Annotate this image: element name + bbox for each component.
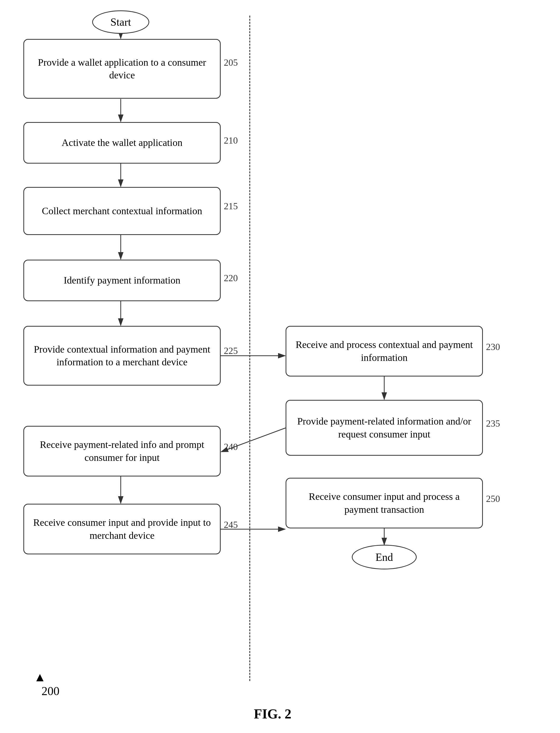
diagram-ref-number: 200 [42, 684, 59, 698]
step-220-text: Identify payment information [64, 274, 180, 287]
step-235-box: Provide payment-related information and/… [286, 400, 483, 456]
step-250-box: Receive consumer input and process a pay… [286, 478, 483, 528]
start-label: Start [110, 16, 131, 28]
figure-label: FIG. 2 [221, 706, 325, 722]
step-240-text: Receive payment-related info and prompt … [32, 438, 212, 464]
end-ellipse: End [352, 545, 417, 569]
step-225-label: 225 [224, 345, 238, 356]
diagram-container: Start Provide a wallet application to a … [0, 0, 560, 733]
step-230-box: Receive and process contextual and payme… [286, 326, 483, 376]
step-225-box: Provide contextual information and payme… [23, 326, 221, 386]
end-label: End [375, 551, 393, 563]
diagram-ref: ▲ 200 [34, 670, 59, 698]
step-210-label: 210 [224, 135, 238, 146]
step-215-text: Collect merchant contextual information [42, 205, 202, 217]
step-245-text: Receive consumer input and provide input… [32, 516, 212, 542]
step-205-box: Provide a wallet application to a consum… [23, 39, 221, 99]
step-230-label: 230 [486, 341, 500, 352]
step-220-label: 220 [224, 273, 238, 284]
step-235-label: 235 [486, 418, 500, 429]
step-205-text: Provide a wallet application to a consum… [32, 56, 212, 82]
step-210-box: Activate the wallet application [23, 122, 221, 164]
step-205-label: 205 [224, 57, 238, 68]
step-230-text: Receive and process contextual and payme… [294, 338, 474, 364]
step-250-text: Receive consumer input and process a pay… [294, 490, 474, 516]
vertical-divider [249, 16, 250, 681]
step-245-label: 245 [224, 519, 238, 530]
step-210-text: Activate the wallet application [62, 136, 182, 149]
step-240-box: Receive payment-related info and prompt … [23, 426, 221, 476]
step-220-box: Identify payment information [23, 260, 221, 301]
step-250-label: 250 [486, 493, 500, 504]
step-215-label: 215 [224, 201, 238, 212]
step-240-label: 240 [224, 441, 238, 452]
step-245-box: Receive consumer input and provide input… [23, 504, 221, 554]
start-ellipse: Start [92, 10, 149, 34]
step-225-text: Provide contextual information and payme… [32, 343, 212, 369]
step-235-text: Provide payment-related information and/… [294, 415, 474, 441]
diagram-ref-arrow: ▲ [34, 670, 46, 684]
step-215-box: Collect merchant contextual information [23, 187, 221, 235]
